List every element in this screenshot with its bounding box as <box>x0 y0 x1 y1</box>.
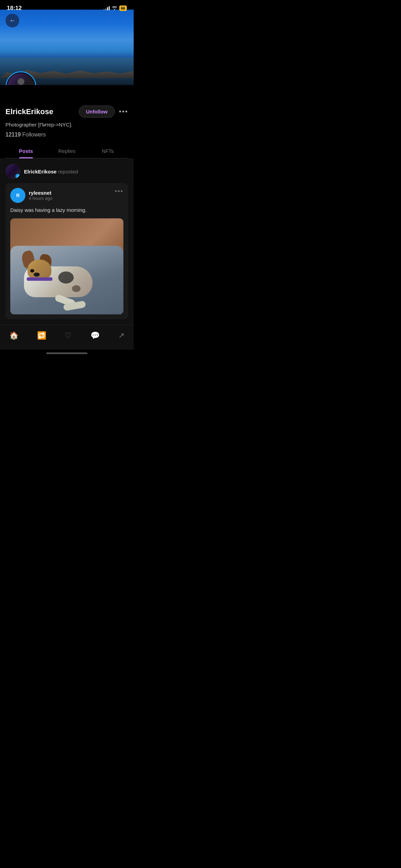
nav-repost-icon[interactable]: 🔁 <box>34 328 49 343</box>
post-timestamp: 4 hours ago <box>29 196 52 201</box>
battery-level: 66 <box>121 6 125 10</box>
profile-name: ElrickErikose <box>5 107 53 116</box>
repost-verified-badge: ✓ <box>15 173 21 179</box>
tab-posts[interactable]: Posts <box>5 143 46 158</box>
post-image <box>10 218 123 314</box>
tab-nfts[interactable]: NFTs <box>87 143 128 158</box>
repost-header: ✓ ElrickErikose reposted <box>5 164 128 179</box>
status-time: 18:12 <box>7 5 22 12</box>
more-options-button[interactable]: ••• <box>119 108 128 116</box>
tabs-row: Posts Replies NFTs <box>5 143 128 158</box>
back-button[interactable]: ← <box>5 14 19 27</box>
status-bar: 18:12 66 <box>0 0 134 14</box>
tab-replies[interactable]: Replies <box>46 143 87 158</box>
profile-bio: Photographer [Питер->NYC]. <box>5 121 128 128</box>
nav-comment-icon[interactable]: 💬 <box>88 328 102 343</box>
bottom-nav: 🏠 🔁 ♡ 💬 ↗ <box>0 325 134 350</box>
post-card: R ryleesnet 4 hours ago ••• Daisy was ha… <box>5 183 128 319</box>
repost-card: ✓ ElrickErikose reposted R ryleesnet 4 h… <box>5 164 128 319</box>
nav-like-icon[interactable]: ♡ <box>62 328 74 343</box>
followers-number: 12119 <box>5 132 21 137</box>
repost-avatar: ✓ <box>5 164 21 179</box>
home-bar <box>46 352 87 354</box>
feed-section: ✓ ElrickErikose reposted R ryleesnet 4 h… <box>0 158 134 325</box>
nav-share-icon[interactable]: ↗ <box>116 328 127 343</box>
home-indicator <box>0 350 134 358</box>
back-arrow-icon: ← <box>9 17 15 24</box>
avatar-container: ✓ <box>5 71 36 85</box>
battery-indicator: 66 <box>119 5 127 11</box>
cover-area: ← ✓ <box>0 10 134 85</box>
post-more-button[interactable]: ••• <box>115 188 123 195</box>
followers-count: 12119 Followers <box>5 132 128 138</box>
repost-username: ElrickErikose <box>24 169 57 174</box>
repost-meta: ElrickErikose reposted <box>24 169 78 174</box>
signal-icon <box>104 6 110 10</box>
profile-section: ElrickErikose Unfollow ••• Photographer … <box>0 85 134 158</box>
nav-home-icon[interactable]: 🏠 <box>7 328 21 343</box>
unfollow-button[interactable]: Unfollow <box>79 106 115 118</box>
profile-actions: Unfollow ••• <box>79 106 128 118</box>
status-icons: 66 <box>104 5 127 11</box>
post-author-avatar: R <box>10 188 25 203</box>
post-author-name: ryleesnet <box>29 190 52 196</box>
post-text: Daisy was having a lazy morning. <box>10 206 123 214</box>
wifi-icon <box>112 6 117 11</box>
repost-verified-icon: ✓ <box>17 175 19 178</box>
